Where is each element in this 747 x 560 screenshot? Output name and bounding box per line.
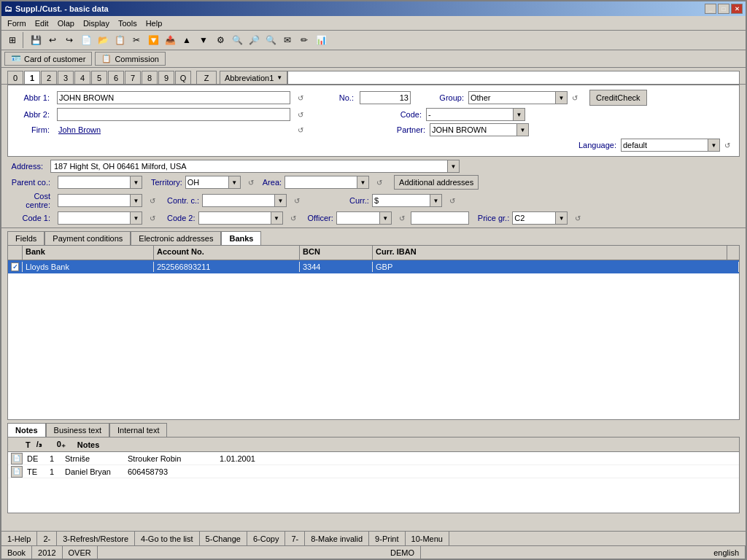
- table-row[interactable]: ✓ Lloyds Bank 252566893211 3344 GBP: [8, 260, 739, 273]
- curr-select[interactable]: $: [372, 194, 430, 207]
- toolbar-copy-icon[interactable]: 📋: [112, 32, 128, 48]
- cost-refresh-icon[interactable]: ↺: [147, 195, 158, 206]
- cost-select[interactable]: [58, 194, 131, 207]
- tab-6[interactable]: 6: [108, 71, 124, 84]
- status-7[interactable]: 7-: [285, 532, 305, 545]
- partner-select[interactable]: JOHN BROWN: [430, 123, 517, 136]
- tab-banks[interactable]: Banks: [221, 231, 261, 245]
- code-select[interactable]: -: [426, 108, 514, 121]
- toolbar-email-icon[interactable]: ✉: [279, 32, 295, 48]
- tab-business-text[interactable]: Business text: [46, 423, 109, 437]
- commission-button[interactable]: 📋 Commission: [95, 52, 166, 66]
- territory-select[interactable]: OH: [185, 176, 229, 189]
- territory-refresh-icon[interactable]: ↺: [245, 176, 257, 188]
- toolbar-down-icon[interactable]: ▼: [196, 32, 212, 48]
- area-select[interactable]: [285, 176, 357, 189]
- tab-4[interactable]: 4: [74, 71, 90, 84]
- code2-select[interactable]: [198, 211, 271, 225]
- menu-display[interactable]: Display: [79, 18, 114, 29]
- row-checkbox[interactable]: ✓: [11, 262, 19, 271]
- toolbar-delete-icon[interactable]: ✂: [128, 32, 144, 48]
- status-help[interactable]: 1-Help: [1, 532, 37, 545]
- code1-refresh-icon[interactable]: ↺: [147, 212, 158, 224]
- code1-dropdown-btn[interactable]: ▼: [131, 211, 142, 225]
- menu-olap[interactable]: Olap: [53, 18, 79, 29]
- group-select[interactable]: Other: [468, 91, 556, 104]
- abbr1-input[interactable]: [57, 91, 290, 104]
- menu-help[interactable]: Help: [142, 18, 167, 29]
- group-refresh-icon[interactable]: ↺: [569, 92, 581, 104]
- menu-tools[interactable]: Tools: [114, 18, 142, 29]
- status-print[interactable]: 9-Print: [369, 532, 405, 545]
- status-invalid[interactable]: 8-Make invalid: [305, 532, 369, 545]
- abbreviation-dropdown[interactable]: Abbreviation1 ▼: [220, 71, 287, 84]
- tab-fields[interactable]: Fields: [7, 231, 44, 245]
- menu-edit[interactable]: Edit: [31, 18, 53, 29]
- pricegr-refresh-icon[interactable]: ↺: [572, 212, 584, 224]
- tab-8[interactable]: 8: [142, 71, 158, 84]
- contr-dropdown-btn[interactable]: ▼: [275, 194, 287, 207]
- minimize-button[interactable]: _: [705, 4, 716, 14]
- pricegr-select[interactable]: C2: [512, 211, 556, 225]
- close-button[interactable]: ✕: [731, 4, 743, 14]
- additional-addresses-button[interactable]: Additional addresses: [394, 175, 479, 190]
- credit-check-button[interactable]: CreditCheck: [589, 90, 647, 106]
- abbr2-input[interactable]: [57, 108, 290, 121]
- tab-q[interactable]: Q: [175, 71, 191, 84]
- notes-row-icon[interactable]: 📄: [11, 453, 23, 464]
- area-dropdown-btn[interactable]: ▼: [357, 176, 369, 189]
- notes-row[interactable]: 📄 TE 1 Daniel Bryan 606458793: [8, 465, 739, 478]
- officer-name-input[interactable]: [411, 211, 469, 225]
- tab-notes[interactable]: Notes: [7, 423, 46, 437]
- toolbar-misc-icon[interactable]: 📊: [313, 32, 329, 48]
- tab-electronic-addresses[interactable]: Electronic addresses: [131, 231, 221, 245]
- curr-dropdown-btn[interactable]: ▼: [430, 194, 442, 207]
- tab-3[interactable]: 3: [58, 71, 74, 84]
- notes-row-icon2[interactable]: 📄: [11, 466, 23, 478]
- area-refresh-icon[interactable]: ↺: [374, 176, 385, 188]
- tab-z[interactable]: Z: [196, 71, 217, 84]
- toolbar-edit-icon[interactable]: ✏: [296, 32, 312, 48]
- code2-dropdown-btn[interactable]: ▼: [271, 211, 283, 225]
- parent-select[interactable]: [58, 176, 131, 189]
- contr-select[interactable]: [202, 194, 275, 207]
- language-dropdown-btn[interactable]: ▼: [708, 139, 720, 152]
- tab-payment-conditions[interactable]: Payment conditions: [44, 231, 131, 245]
- officer-refresh-icon[interactable]: ↺: [396, 212, 408, 224]
- card-of-customer-button[interactable]: 🪪 Card of customer: [4, 52, 92, 66]
- tab-internal-text[interactable]: Internal text: [109, 423, 167, 437]
- tab-0[interactable]: 0: [7, 71, 23, 84]
- tab-9[interactable]: 9: [158, 71, 174, 84]
- toolbar-open-icon[interactable]: 📂: [95, 32, 111, 48]
- toolbar-settings-icon[interactable]: ⚙: [212, 32, 228, 48]
- toolbar-grid-icon[interactable]: ⊞: [4, 32, 20, 48]
- language-select[interactable]: default: [621, 139, 708, 152]
- pricegr-dropdown-btn[interactable]: ▼: [556, 211, 568, 225]
- tab-2[interactable]: 2: [41, 71, 57, 84]
- tab-5[interactable]: 5: [91, 71, 107, 84]
- status-refresh[interactable]: 3-Refresh/Restore: [57, 532, 135, 545]
- toolbar-redo-icon[interactable]: ↪: [61, 32, 77, 48]
- toolbar-undo-icon[interactable]: ↩: [44, 32, 61, 48]
- toolbar-search2-icon[interactable]: 🔎: [246, 32, 262, 48]
- menu-form[interactable]: Form: [3, 18, 31, 29]
- officer-select[interactable]: [336, 211, 380, 225]
- abbr1-refresh-icon[interactable]: ↺: [295, 92, 306, 104]
- firm-refresh-icon[interactable]: ↺: [295, 124, 306, 136]
- curr-refresh-icon[interactable]: ↺: [446, 195, 458, 206]
- status-change[interactable]: 5-Change: [200, 532, 247, 545]
- status-2[interactable]: 2-: [37, 532, 57, 545]
- status-copy[interactable]: 6-Copy: [247, 532, 285, 545]
- toolbar-filter-icon[interactable]: 🔽: [145, 32, 161, 48]
- restore-button[interactable]: □: [718, 4, 729, 14]
- partner-dropdown-btn[interactable]: ▼: [517, 123, 529, 136]
- group-dropdown-btn[interactable]: ▼: [556, 91, 568, 104]
- territory-dropdown-btn[interactable]: ▼: [229, 176, 241, 189]
- cost-dropdown-btn[interactable]: ▼: [131, 194, 142, 207]
- toolbar-save-icon[interactable]: 💾: [28, 32, 44, 48]
- firm-value[interactable]: John Brown: [58, 125, 101, 134]
- code-dropdown-btn[interactable]: ▼: [514, 108, 525, 121]
- code1-select[interactable]: [58, 211, 131, 225]
- parent-dropdown-btn[interactable]: ▼: [131, 176, 142, 189]
- notes-row[interactable]: 📄 DE 1 Strniše Strouker Robin 1.01.2001: [8, 452, 739, 465]
